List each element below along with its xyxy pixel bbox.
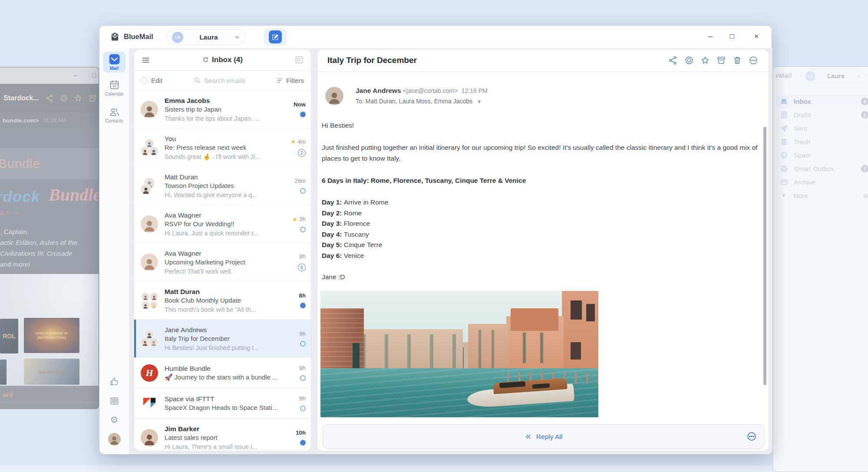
right-account-selector[interactable]: LR Laura [801, 69, 867, 83]
email-sender: Humble Bundle [165, 364, 280, 373]
more-reply-options-icon[interactable] [746, 431, 757, 442]
starred-icon[interactable]: ★ [290, 138, 296, 145]
game-cover-thumbnail[interactable] [0, 360, 7, 385]
focus-circle-icon[interactable] [684, 56, 694, 65]
folder-item-inbox[interactable]: Inbox4 [776, 95, 868, 108]
thread-count-badge[interactable]: 5 [298, 264, 306, 271]
like-button[interactable] [99, 376, 129, 386]
left-window-toolbar: Stardock... [0, 84, 99, 112]
refresh-icon[interactable] [202, 56, 209, 63]
email-sender: Matt Duran [165, 287, 280, 296]
email-list-item[interactable]: Matt DuranTowson Project UpdatesHi, Want… [134, 167, 311, 205]
email-list-item[interactable]: Ava WagnerUpcoming Marketing ProjectPerf… [134, 243, 311, 281]
background-window-bluemail[interactable]: eMail LR Laura Inbox4Drafts2SentTrashSpa… [772, 66, 868, 472]
folder-item-more[interactable]: ▼More⊕ [776, 189, 868, 202]
scrollbar[interactable] [763, 127, 766, 385]
starred-icon[interactable]: ★ [292, 216, 298, 223]
star-icon[interactable] [74, 94, 83, 102]
more-icon[interactable] [749, 56, 758, 65]
folder-item-trash[interactable]: Trash [776, 135, 868, 148]
share-icon[interactable] [45, 94, 54, 102]
search-input[interactable]: Search emails [162, 77, 277, 84]
email-subject: SpaceX Dragon Heads to Space Statio... [165, 403, 280, 413]
chevron-down-icon [856, 73, 862, 79]
archive-icon[interactable] [716, 56, 726, 65]
unread-dot[interactable] [300, 303, 306, 308]
body-greeting: Hi Besties! [322, 120, 758, 131]
filters-button[interactable]: Filters [277, 77, 304, 84]
profile-avatar[interactable] [99, 433, 129, 446]
sender-name-line: Jane Andrews <jane@cortab.com> 12:16 PM [356, 87, 488, 94]
email-time: Now [294, 101, 306, 108]
recipients-line[interactable]: To: Matt Duran, Laura Moss, Emma Jacobs … [356, 98, 488, 105]
left-sender-email: bundle.com> [3, 117, 39, 124]
avatar: H [140, 364, 158, 382]
maximize-button[interactable]: □ [726, 31, 738, 42]
read-circle[interactable] [300, 227, 306, 232]
search-placeholder: Search emails [204, 77, 245, 84]
folder-label: Archive [794, 178, 815, 186]
folder-item-sent[interactable]: Sent [776, 122, 868, 135]
reply-all-button[interactable]: Reply All [323, 424, 764, 449]
stardock-bundle-logo: rdock Bundle GY — [0, 185, 99, 219]
email-subject: Book Club Monthly Update [165, 296, 280, 305]
left-sender-line: bundle.com> 11:26 AM [0, 112, 99, 128]
email-subject: Italy Trip for December [165, 334, 280, 343]
folder-item-smart-outbox[interactable]: Smart Outbox7 [776, 162, 868, 175]
account-selector[interactable]: LR Laura [166, 29, 246, 45]
folder-item-spam[interactable]: Spam [776, 149, 868, 162]
close-button[interactable]: × [751, 31, 762, 42]
avatar: LR [172, 32, 183, 43]
settings-button[interactable]: ⚙ [99, 415, 129, 425]
read-circle[interactable] [300, 375, 306, 381]
unread-dot[interactable] [300, 112, 306, 117]
email-list-item[interactable]: Matt DuranBook Club Monthly UpdateThis m… [134, 281, 311, 320]
game-cover-thumbnail[interactable]: Sorcerer King [24, 359, 79, 385]
thread-count-badge[interactable]: 2 [298, 149, 306, 157]
background-window-stardock[interactable]: – □ Stardock... bundle.com> 11:26 AM Bun… [0, 67, 99, 409]
read-circle[interactable] [300, 406, 306, 411]
email-list-item[interactable]: HHumble Bundle🚀 Journey to the stars wit… [134, 358, 311, 388]
game-cover-thumbnail[interactable]: ROL [0, 319, 18, 353]
left-footer-link[interactable]: ard [3, 391, 13, 398]
focus-circle-icon[interactable] [59, 94, 68, 102]
star-icon[interactable] [700, 56, 710, 65]
email-list-item[interactable]: Space via IFTTTSpaceX Dragon Heads to Sp… [134, 388, 311, 419]
unread-dot[interactable] [300, 440, 306, 446]
left-body-line: actic Edition, Ashes of the [0, 237, 99, 248]
email-preview: Hi Laura, There's a small issue i... [165, 442, 280, 451]
account-name: Laura [187, 33, 231, 41]
maximize-icon[interactable]: □ [92, 71, 96, 79]
sent-icon [780, 124, 788, 132]
folder-item-drafts[interactable]: Drafts2 [776, 109, 868, 121]
game-cover-thumbnail[interactable]: CIVILIZATIONS III [RETRIBUTION] [24, 318, 79, 353]
avatar [140, 139, 158, 157]
email-subject: RSVP for Our Wedding!! [165, 220, 280, 229]
archive-icon[interactable] [88, 94, 97, 102]
email-list-item[interactable]: Jane AndrewsItaly Trip for DecemberHi Be… [134, 320, 311, 358]
sidebar-item-contacts[interactable]: Contacts [99, 106, 129, 123]
trash-icon[interactable] [733, 56, 742, 65]
unread-count-badge: 2 [861, 111, 868, 119]
read-circle[interactable] [300, 188, 306, 194]
sidebar-item-calendar[interactable]: 19 Calendar [99, 79, 129, 96]
whats-new-button[interactable] [99, 396, 129, 406]
email-list-item[interactable]: YouRe: Press release next weekSounds gre… [134, 129, 311, 167]
sidebar-item-mail[interactable]: Mail [99, 52, 129, 73]
add-folder-icon[interactable]: ⊕ [863, 192, 868, 200]
email-list-item[interactable]: Ava WagnerRSVP for Our Wedding!!Hi Laura… [134, 205, 311, 243]
email-sender: You [165, 134, 280, 143]
gear-icon: ⚙ [110, 415, 119, 425]
logo-word-pink: Bundle [49, 185, 99, 205]
compose-button[interactable] [264, 28, 287, 46]
edit-button[interactable]: Edit [141, 77, 162, 84]
email-list-item[interactable]: Jim BarkerLatest sales reportHi Laura, T… [134, 419, 311, 451]
filters-icon [277, 77, 283, 84]
list-toolbar: Edit Search emails Filters [134, 70, 311, 90]
minimize-button[interactable]: – [705, 31, 716, 42]
read-circle[interactable] [300, 341, 306, 347]
folder-item-archive[interactable]: Archive [776, 176, 868, 188]
minimize-icon[interactable]: – [74, 71, 77, 79]
share-icon[interactable] [668, 56, 678, 65]
email-list-item[interactable]: Emma JacobsSisters trip to JapanThanks f… [134, 90, 311, 129]
